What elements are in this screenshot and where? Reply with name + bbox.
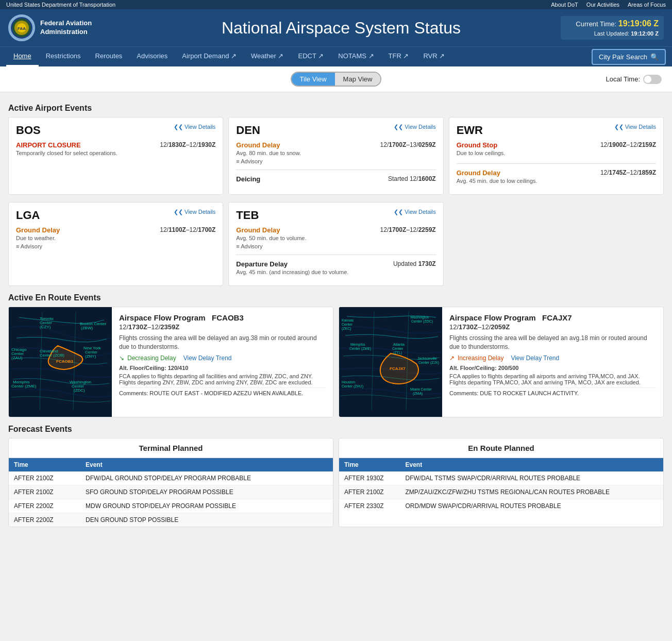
terminal-row1-time: AFTER 2100Z	[9, 471, 80, 485]
terminal-row2-event: SFO GROUND STOP/DELAY PROGRAM POSSIBLE	[80, 485, 333, 499]
enroute-map-fcajx7: Kansas Center (ZKC) Washington Center (Z…	[339, 307, 442, 417]
svg-text:(ZNY): (ZNY)	[85, 354, 96, 359]
enroute-row2-time: AFTER 2100Z	[339, 485, 400, 499]
den-advisory1[interactable]: ≡ Advisory	[236, 158, 301, 164]
view-delay-trend-fcajx7[interactable]: View Delay Trend	[511, 355, 559, 362]
header-logo: FAA Federal Aviation Administration	[8, 14, 122, 41]
svg-text:FAA: FAA	[18, 26, 26, 31]
lga-event1-name: Ground Delay	[16, 226, 60, 234]
top-banner-links: About DoT Our Activities Areas of Focus	[551, 2, 666, 8]
active-enroute-events-title: Active En Route Events	[8, 293, 664, 302]
view-details-ewr[interactable]: ❮❮ View Details	[614, 124, 656, 130]
svg-text:Center (ZDC): Center (ZDC)	[411, 319, 433, 324]
den-event1-time: 12/1700Z–13/0259Z	[380, 141, 436, 148]
nav-home[interactable]: Home	[6, 47, 39, 66]
terminal-col-time: Time	[9, 458, 80, 471]
svg-text:Atlanta: Atlanta	[393, 343, 405, 346]
svg-text:(ZTL): (ZTL)	[393, 351, 402, 355]
lga-event1-time: 12/1100Z–12/1700Z	[160, 226, 215, 233]
teb-event1-desc: Avg. 50 min. due to volume.	[236, 235, 306, 241]
faa-logo: FAA	[8, 14, 35, 41]
enroute-row3-time: AFTER 2330Z	[339, 499, 400, 513]
teb-event1-name: Ground Delay	[236, 226, 306, 234]
svg-text:Center: Center	[392, 347, 404, 350]
nav-advisories[interactable]: Advisories	[129, 47, 175, 66]
svg-text:(ZMA): (ZMA)	[413, 392, 423, 396]
enroute-time-fcajx7: 12/1730Z–12/2059Z	[449, 323, 656, 331]
table-row: AFTER 1930Z DFW/DAL TSTMS SWAP/CDR/ARRIV…	[339, 471, 663, 485]
forecast-terminal-table: Time Event AFTER 2100Z DFW/DAL GROUND ST…	[9, 458, 333, 527]
ewr-event2-desc: Avg. 45 min. due to low ceilings.	[457, 178, 537, 184]
about-dot-link[interactable]: About DoT	[551, 2, 578, 8]
table-row: AFTER 2330Z ORD/MDW SWAP/CDR/ARRIVAL ROU…	[339, 499, 663, 513]
header-time-box: Current Time: 19:19:06 Z Last Updated: 1…	[561, 16, 664, 40]
svg-text:Memphis: Memphis	[350, 343, 365, 347]
current-time-display: Current Time: 19:19:06 Z	[566, 19, 659, 28]
enroute-row1-event: DFW/DAL TSTMS SWAP/CDR/ARRIVAL ROUTES PR…	[400, 471, 663, 485]
den-event2-name: Deicing	[236, 175, 260, 183]
view-delay-trend-fcaob3[interactable]: View Delay Trend	[183, 355, 232, 362]
local-time-switch[interactable]	[643, 75, 662, 84]
enroute-col-event: Event	[400, 458, 663, 471]
enroute-alt-fcaob3: Alt. Floor/Ceiling: 120/410	[119, 365, 326, 371]
view-details-teb[interactable]: ❮❮ View Details	[394, 209, 435, 215]
svg-text:FCAJX7: FCAJX7	[390, 366, 406, 371]
forecast-events-title: Forecast Events	[8, 425, 664, 434]
table-row: AFTER 2200Z DEN GROUND STOP POSSIBLE	[9, 513, 333, 527]
nav-rvr[interactable]: RVR ↗	[416, 47, 452, 66]
city-pair-search-button[interactable]: City Pair Search 🔍	[592, 49, 666, 65]
airport-code-den: DEN	[236, 124, 260, 137]
den-event1-name: Ground Delay	[236, 141, 301, 149]
forecast-enroute-card: En Route Planned Time Event AFTER 1930Z …	[339, 438, 664, 527]
forecast-terminal-card: Terminal Planned Time Event AFTER 2100Z …	[8, 438, 333, 527]
page-title: National Airspace System Status	[122, 19, 561, 38]
svg-text:Center: Center	[342, 323, 353, 326]
svg-text:Jacksonville: Jacksonville	[417, 357, 437, 360]
nav-weather[interactable]: Weather ↗	[244, 47, 291, 66]
delay-badge-fcajx7: ↗ Increasing Delay View Delay Trend	[449, 355, 656, 362]
active-airport-events-title: Active Airport Events	[8, 104, 664, 113]
bos-event1-time: 12/1830Z–12/1930Z	[160, 141, 215, 148]
nav-edct[interactable]: EDCT ↗	[291, 47, 331, 66]
nav-restrictions[interactable]: Restrictions	[39, 47, 88, 66]
enroute-fca-fcaob3: FCA applies to flights departing all fac…	[119, 373, 326, 385]
view-details-den[interactable]: ❮❮ View Details	[394, 124, 435, 130]
view-details-bos[interactable]: ❮❮ View Details	[174, 124, 215, 130]
airport-code-bos: BOS	[16, 124, 41, 137]
enroute-row2-event: ZMP/ZAU/ZKC/ZFW/ZHU TSTMS REGIONAL/CAN R…	[400, 485, 663, 499]
nav-notams[interactable]: NOTAMS ↗	[331, 47, 381, 66]
terminal-row4-event: DEN GROUND STOP POSSIBLE	[80, 513, 333, 527]
svg-text:(ZAU): (ZAU)	[11, 356, 23, 360]
lga-advisory1[interactable]: ≡ Advisory	[16, 243, 60, 249]
svg-text:Center (ZOB): Center (ZOB)	[40, 353, 64, 358]
airport-card-den: DEN ❮❮ View Details Ground Delay Avg. 80…	[228, 117, 443, 195]
enroute-info-fcajx7: Airspace Flow Program FCAJX7 12/1730Z–12…	[442, 307, 663, 417]
enroute-col-time: Time	[339, 458, 400, 471]
table-row: AFTER 2100Z SFO GROUND STOP/DELAY PROGRA…	[9, 485, 333, 499]
view-details-lga[interactable]: ❮❮ View Details	[174, 209, 215, 215]
teb-advisory1[interactable]: ≡ Advisory	[236, 243, 306, 249]
svg-text:Center (ZJX): Center (ZJX)	[418, 361, 439, 365]
nav-airport-demand[interactable]: Airport Demand ↗	[175, 47, 244, 66]
enroute-row1-time: AFTER 1930Z	[339, 471, 400, 485]
nav-reroutes[interactable]: Reroutes	[88, 47, 130, 66]
enroute-time-fcaob3: 12/1730Z–12/2359Z	[119, 323, 326, 331]
nav-tfr[interactable]: TFR ↗	[381, 47, 416, 66]
svg-text:Center (ZME): Center (ZME)	[11, 384, 37, 389]
table-row: AFTER 2100Z ZMP/ZAU/ZKC/ZFW/ZHU TSTMS RE…	[339, 485, 663, 499]
forecast-events-grid: Terminal Planned Time Event AFTER 2100Z …	[8, 438, 664, 527]
map-view-button[interactable]: Map View	[335, 73, 381, 86]
decreasing-delay-icon: ↘	[119, 355, 124, 362]
enroute-desc-fcaob3: Flights crossing the area will be delaye…	[119, 334, 326, 351]
teb-event1-time: 12/1700Z–12/2259Z	[380, 226, 436, 233]
our-activities-link[interactable]: Our Activities	[586, 2, 619, 8]
ewr-event1-name: Ground Stop	[457, 141, 506, 149]
forecast-enroute-title: En Route Planned	[339, 438, 663, 458]
tile-view-button[interactable]: Tile View	[292, 73, 335, 86]
decreasing-delay-label: Decreasing Delay	[127, 355, 176, 362]
lga-event1-desc: Due to weather.	[16, 235, 60, 241]
areas-focus-link[interactable]: Areas of Focus	[628, 2, 666, 8]
ewr-event2-name: Ground Delay	[457, 169, 537, 177]
empty-airport-cell	[449, 202, 664, 286]
header-org-text: Federal Aviation Administration	[40, 19, 92, 37]
